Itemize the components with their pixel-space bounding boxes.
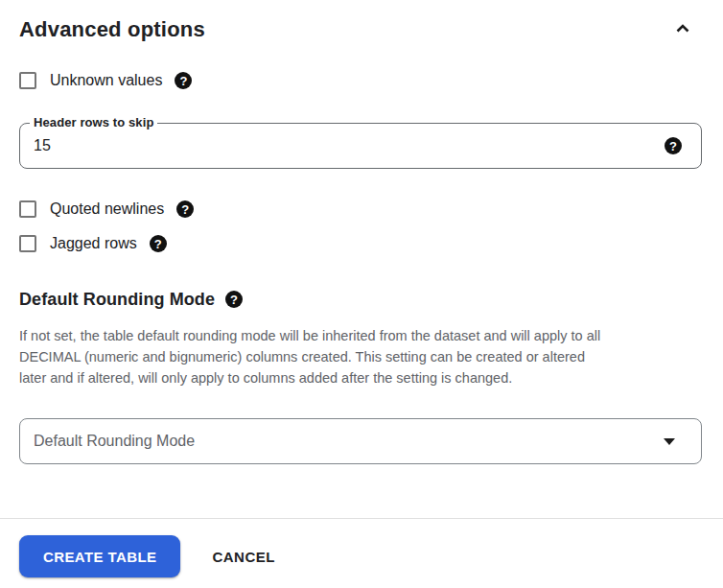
cancel-button[interactable]: CANCEL bbox=[212, 549, 275, 565]
jagged-rows-row: Jagged rows ? bbox=[19, 232, 702, 255]
quoted-newlines-label: Quoted newlines bbox=[50, 200, 164, 218]
description-line: DECIMAL (numeric and bignumeric) columns… bbox=[19, 346, 702, 367]
chevron-up-icon bbox=[671, 17, 694, 43]
header-rows-input[interactable] bbox=[20, 124, 701, 168]
description-line: later and if altered, will only apply to… bbox=[19, 367, 702, 388]
rounding-mode-select-value: Default Rounding Mode bbox=[34, 433, 195, 450]
help-icon[interactable]: ? bbox=[176, 200, 194, 218]
unknown-values-label: Unknown values bbox=[50, 72, 162, 89]
header-rows-field-label: Header rows to skip bbox=[30, 115, 157, 129]
jagged-rows-checkbox[interactable] bbox=[19, 235, 36, 252]
rounding-mode-select[interactable]: Default Rounding Mode bbox=[19, 418, 702, 464]
create-table-button[interactable]: CREATE TABLE bbox=[19, 535, 180, 577]
panel-header: Advanced options bbox=[19, 15, 702, 44]
rounding-mode-heading-text: Default Rounding Mode bbox=[19, 290, 215, 310]
advanced-options-panel: Advanced options Unknown values ? Header… bbox=[0, 0, 723, 464]
quoted-newlines-checkbox[interactable] bbox=[19, 200, 36, 218]
footer-actions: CREATE TABLE CANCEL bbox=[0, 519, 723, 577]
help-icon[interactable]: ? bbox=[175, 72, 192, 89]
rounding-mode-description: If not set, the table default rounding m… bbox=[19, 325, 702, 388]
help-icon[interactable]: ? bbox=[225, 291, 243, 308]
page-title: Advanced options bbox=[19, 17, 205, 42]
help-icon[interactable]: ? bbox=[150, 235, 167, 252]
jagged-rows-label: Jagged rows bbox=[50, 235, 137, 252]
help-icon[interactable]: ? bbox=[665, 137, 682, 154]
unknown-values-checkbox[interactable] bbox=[19, 72, 36, 89]
description-line: If not set, the table default rounding m… bbox=[19, 325, 702, 346]
unknown-values-row: Unknown values ? bbox=[19, 69, 702, 92]
dropdown-arrow-icon bbox=[664, 438, 675, 445]
header-rows-field: Header rows to skip ? bbox=[19, 123, 702, 169]
rounding-mode-heading: Default Rounding Mode ? bbox=[19, 288, 702, 311]
quoted-newlines-row: Quoted newlines ? bbox=[19, 198, 702, 221]
collapse-section-button[interactable] bbox=[671, 17, 694, 43]
